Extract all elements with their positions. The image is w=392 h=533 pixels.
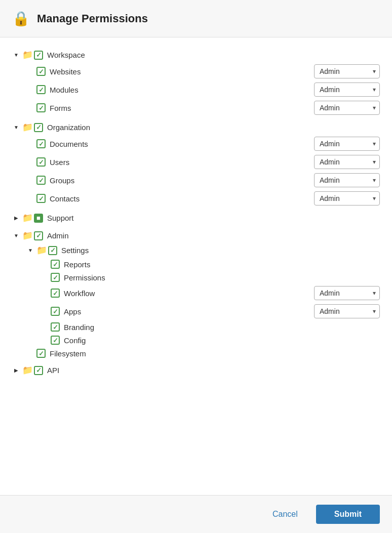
organization-toggle[interactable]: ▼ xyxy=(12,124,20,132)
organization-section: ▼ 📁 ✓ Organization ✓ Documents xyxy=(12,120,380,208)
reports-checkbox[interactable]: ✓ xyxy=(51,260,60,269)
modules-permission-select[interactable]: AdminEditViewNone xyxy=(314,83,380,97)
dialog-body: ▼ 📁 ✓ Workspace ✓ Websites Adm xyxy=(0,37,392,495)
filesystem-checkbox[interactable]: ✓ xyxy=(36,349,46,358)
documents-checkbox[interactable]: ✓ xyxy=(36,139,46,148)
admin-row: ▼ 📁 ✓ Admin xyxy=(12,228,380,243)
modules-select-wrapper: AdminEditViewNone ▾ xyxy=(314,83,380,97)
users-row: ✓ Users AdminEditViewNone ▾ xyxy=(26,153,380,171)
documents-row: ✓ Documents AdminEditViewNone ▾ xyxy=(26,135,380,153)
workflow-permission-select[interactable]: AdminEditViewNone xyxy=(314,286,380,300)
submit-button[interactable]: Submit xyxy=(316,505,380,524)
workflow-row: ✓ Workflow AdminEditViewNone ▾ xyxy=(41,284,380,302)
groups-permission-select[interactable]: AdminEditViewNone xyxy=(314,173,380,187)
admin-section: ▼ 📁 ✓ Admin ▼ 📁 ✓ Settings xyxy=(12,228,380,360)
lock-icon: 🔒 xyxy=(12,10,30,27)
workspace-label: Workspace xyxy=(47,51,380,59)
settings-children: ✓ Reports ✓ Permissions xyxy=(26,258,380,347)
forms-select-wrapper: AdminEditViewNone ▾ xyxy=(314,101,380,115)
manage-permissions-dialog: 🔒 Manage Permissions ▼ 📁 ✓ Workspace ✓ xyxy=(0,0,392,533)
cancel-button[interactable]: Cancel xyxy=(262,505,308,524)
workspace-checkbox[interactable]: ✓ xyxy=(34,51,43,60)
api-row: ▶ 📁 ✓ API xyxy=(12,363,380,378)
contacts-checkbox[interactable]: ✓ xyxy=(36,194,46,203)
api-folder-icon: 📁 xyxy=(22,365,33,376)
settings-folder-icon: 📁 xyxy=(36,245,47,256)
websites-row: ✓ Websites AdminEditViewNone ▾ xyxy=(26,62,380,80)
api-toggle[interactable]: ▶ xyxy=(12,366,20,375)
settings-checkbox[interactable]: ✓ xyxy=(48,246,57,255)
documents-label: Documents xyxy=(50,140,314,148)
forms-label: Forms xyxy=(50,104,314,112)
dialog-title: Manage Permissions xyxy=(37,12,148,25)
groups-select-wrapper: AdminEditViewNone ▾ xyxy=(314,173,380,187)
forms-checkbox[interactable]: ✓ xyxy=(36,103,46,112)
contacts-row: ✓ Contacts AdminEditViewNone ▾ xyxy=(26,189,380,208)
organization-children: ✓ Documents AdminEditViewNone ▾ ✓ xyxy=(12,135,380,208)
config-row: ✓ Config xyxy=(41,334,380,347)
documents-select-wrapper: AdminEditViewNone ▾ xyxy=(314,137,380,151)
apps-row: ✓ Apps AdminEditViewNone ▾ xyxy=(41,302,380,320)
support-toggle[interactable]: ▶ xyxy=(12,214,20,222)
modules-row: ✓ Modules AdminEditViewNone ▾ xyxy=(26,80,380,99)
dialog-footer: Cancel Submit xyxy=(0,495,392,533)
contacts-permission-select[interactable]: AdminEditViewNone xyxy=(314,191,380,206)
documents-permission-select[interactable]: AdminEditViewNone xyxy=(314,137,380,151)
apps-checkbox[interactable]: ✓ xyxy=(51,307,60,316)
users-label: Users xyxy=(50,158,314,167)
forms-permission-select[interactable]: AdminEditViewNone xyxy=(314,101,380,115)
reports-row: ✓ Reports xyxy=(41,258,380,271)
apps-label: Apps xyxy=(64,307,314,316)
organization-row: ▼ 📁 ✓ Organization xyxy=(12,120,380,135)
websites-select-wrapper: AdminEditViewNone ▾ xyxy=(314,64,380,78)
groups-label: Groups xyxy=(50,176,314,185)
users-select-wrapper: AdminEditViewNone ▾ xyxy=(314,155,380,169)
permissions-checkbox[interactable]: ✓ xyxy=(51,273,60,282)
admin-checkbox[interactable]: ✓ xyxy=(34,231,43,240)
workspace-children: ✓ Websites AdminEditViewNone ▾ ✓ xyxy=(12,62,380,117)
users-checkbox[interactable]: ✓ xyxy=(36,157,46,167)
modules-label: Modules xyxy=(50,86,314,94)
admin-folder-icon: 📁 xyxy=(22,230,33,241)
api-section: ▶ 📁 ✓ API xyxy=(12,363,380,378)
workspace-section: ▼ 📁 ✓ Workspace ✓ Websites Adm xyxy=(12,48,380,117)
organization-folder-icon: 📁 xyxy=(22,122,33,133)
permissions-label: Permissions xyxy=(64,273,380,282)
workspace-toggle[interactable]: ▼ xyxy=(12,51,20,59)
support-label: Support xyxy=(47,214,380,222)
filesystem-label: Filesystem xyxy=(50,349,380,358)
apps-permission-select[interactable]: AdminEditViewNone xyxy=(314,304,380,318)
admin-children: ▼ 📁 ✓ Settings ✓ Reports xyxy=(12,243,380,360)
websites-checkbox[interactable]: ✓ xyxy=(36,67,46,76)
workflow-checkbox[interactable]: ✓ xyxy=(51,289,60,298)
config-label: Config xyxy=(64,336,380,345)
config-checkbox[interactable]: ✓ xyxy=(51,336,60,345)
settings-toggle[interactable]: ▼ xyxy=(26,247,34,255)
websites-label: Websites xyxy=(50,67,314,76)
forms-row: ✓ Forms AdminEditViewNone ▾ xyxy=(26,99,380,117)
groups-checkbox[interactable]: ✓ xyxy=(36,176,46,185)
workspace-folder-icon: 📁 xyxy=(22,50,33,60)
users-permission-select[interactable]: AdminEditViewNone xyxy=(314,155,380,169)
organization-checkbox[interactable]: ✓ xyxy=(34,123,43,132)
contacts-label: Contacts xyxy=(50,194,314,203)
websites-permission-select[interactable]: AdminEditViewNone xyxy=(314,64,380,78)
dialog-header: 🔒 Manage Permissions xyxy=(0,0,392,37)
api-checkbox[interactable]: ✓ xyxy=(34,366,43,375)
support-checkbox[interactable]: ■ xyxy=(34,214,43,223)
settings-row: ▼ 📁 ✓ Settings xyxy=(26,243,380,258)
apps-select-wrapper: AdminEditViewNone ▾ xyxy=(314,304,380,318)
admin-label: Admin xyxy=(47,231,380,240)
filesystem-row: ✓ Filesystem xyxy=(26,347,380,360)
support-section: ▶ 📁 ■ Support xyxy=(12,211,380,225)
organization-label: Organization xyxy=(47,123,380,132)
admin-toggle[interactable]: ▼ xyxy=(12,232,20,240)
branding-checkbox[interactable]: ✓ xyxy=(51,322,60,332)
permissions-row: ✓ Permissions xyxy=(41,271,380,284)
branding-label: Branding xyxy=(64,323,380,332)
modules-checkbox[interactable]: ✓ xyxy=(36,85,46,94)
workflow-select-wrapper: AdminEditViewNone ▾ xyxy=(314,286,380,300)
support-folder-icon: 📁 xyxy=(22,213,33,223)
workflow-label: Workflow xyxy=(64,289,314,298)
api-label: API xyxy=(47,366,380,375)
